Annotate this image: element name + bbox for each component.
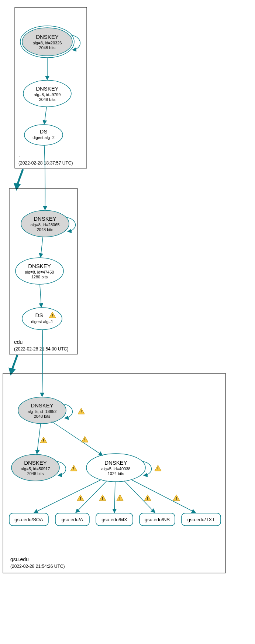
node-edu-ds: DS digest alg=1 <box>22 308 62 330</box>
rrset-soa: gsu.edu/SOA <box>9 513 48 526</box>
rrset-txt: gsu.edu/TXT <box>182 513 221 526</box>
edge-edu-ds-to-gsu-ksk <box>42 330 42 397</box>
warning-icon <box>99 495 106 501</box>
warning-icon <box>70 465 77 471</box>
svg-text:DNSKEY: DNSKEY <box>104 460 127 466</box>
edge-root-to-edu-zone <box>17 169 23 189</box>
warning-icon <box>155 465 161 471</box>
edge-edu-zsk-to-ds <box>40 285 41 307</box>
zone-gsu: gsu.edu (2022-02-28 21:54:26 UTC) DNSKEY… <box>3 330 225 573</box>
svg-text:1024 bits: 1024 bits <box>108 471 124 476</box>
node-edu-zsk: DNSKEY alg=8, id=47450 1280 bits <box>15 258 63 284</box>
svg-text:gsu.edu/NS: gsu.edu/NS <box>145 517 170 522</box>
node-edu-ksk: DNSKEY alg=8, id=28065 2048 bits <box>21 210 69 237</box>
edge-root-zsk-to-ds <box>44 107 46 124</box>
rrset-a: gsu.edu/A <box>55 513 89 526</box>
svg-text:2048 bits: 2048 bits <box>34 414 51 418</box>
svg-text:gsu.edu/TXT: gsu.edu/TXT <box>187 517 215 522</box>
svg-text:DS: DS <box>35 312 43 318</box>
svg-text:DNSKEY: DNSKEY <box>36 85 59 92</box>
edge-40038-to-txt <box>131 479 196 513</box>
node-root-zsk: DNSKEY alg=8, id=9799 2048 bits <box>23 80 71 107</box>
rrset-ns: gsu.edu/NS <box>139 513 175 526</box>
svg-text:2048 bits: 2048 bits <box>39 97 56 102</box>
svg-text:gsu.edu/A: gsu.edu/A <box>62 517 83 522</box>
svg-point-24 <box>22 308 62 330</box>
warning-icon <box>40 437 47 443</box>
node-gsu-ksk: DNSKEY alg=5, id=18652 2048 bits <box>18 397 66 424</box>
node-gsu-key-40038: DNSKEY alg=5, id=40038 1024 bits <box>86 454 145 482</box>
svg-text:2048 bits: 2048 bits <box>37 227 54 232</box>
node-root-ksk: DNSKEY alg=8, id=20326 2048 bits <box>20 26 74 58</box>
warning-icon <box>77 495 84 501</box>
node-root-ds: DS digest alg=2 <box>24 125 63 145</box>
svg-text:DNSKEY: DNSKEY <box>31 402 54 409</box>
edge-40038-to-ns <box>124 481 155 513</box>
svg-text:1280 bits: 1280 bits <box>31 275 48 279</box>
svg-text:DNSKEY: DNSKEY <box>36 34 59 40</box>
svg-text:alg=8, id=47450: alg=8, id=47450 <box>25 270 54 274</box>
svg-point-12 <box>24 125 63 145</box>
node-gsu-key-50917: DNSKEY alg=5, id=50917 2048 bits <box>11 454 59 481</box>
svg-text:DNSKEY: DNSKEY <box>24 460 47 466</box>
edge-40038-to-mx <box>114 482 115 513</box>
zone-root-timestamp: (2022-02-28 18:37:57 UTC) <box>18 160 73 166</box>
zone-edu-timestamp: (2022-02-28 21:54:00 UTC) <box>14 346 68 352</box>
svg-text:2048 bits: 2048 bits <box>27 471 44 476</box>
zone-root-label: . <box>18 152 20 158</box>
svg-text:DNSKEY: DNSKEY <box>28 263 51 269</box>
svg-text:alg=8, id=20326: alg=8, id=20326 <box>33 41 62 45</box>
svg-text:alg=8, id=28065: alg=8, id=28065 <box>31 223 60 227</box>
zone-gsu-timestamp: (2022-02-28 21:54:26 UTC) <box>10 564 65 569</box>
warning-icon <box>78 408 85 414</box>
svg-text:digest alg=2: digest alg=2 <box>32 135 55 140</box>
warning-icon <box>82 436 88 442</box>
edge-root-ds-to-edu-ksk <box>44 145 45 210</box>
edge-edu-ksk-to-zsk <box>41 237 43 257</box>
zone-edu-label: edu <box>14 339 23 345</box>
rrset-mx: gsu.edu/MX <box>96 513 133 526</box>
svg-text:gsu.edu/SOA: gsu.edu/SOA <box>14 517 43 522</box>
svg-text:alg=5, id=50917: alg=5, id=50917 <box>21 467 50 471</box>
warning-icon <box>117 495 123 501</box>
edge-gsu-ksk-to-50917 <box>37 424 41 454</box>
warning-icon <box>173 495 180 501</box>
zone-root: . (2022-02-28 18:37:57 UTC) DNSKEY alg=8… <box>15 7 87 168</box>
svg-text:alg=5, id=40038: alg=5, id=40038 <box>101 467 131 471</box>
edge-gsu-ksk-to-40038 <box>52 421 103 455</box>
svg-text:gsu.edu/MX: gsu.edu/MX <box>101 517 127 522</box>
svg-text:DNSKEY: DNSKEY <box>34 216 56 222</box>
svg-text:digest alg=1: digest alg=1 <box>31 319 53 324</box>
svg-text:alg=5, id=18652: alg=5, id=18652 <box>28 409 57 414</box>
edge-40038-to-soa <box>34 479 101 513</box>
svg-text:2048 bits: 2048 bits <box>39 45 56 50</box>
edge-edu-to-gsu-zone <box>11 355 17 373</box>
dnssec-graph: ! . (2022-02-28 18:37:57 UTC) DNSKEY alg… <box>0 0 255 644</box>
svg-text:alg=8, id=9799: alg=8, id=9799 <box>34 92 61 97</box>
svg-text:DS: DS <box>40 128 48 135</box>
zone-gsu-label: gsu.edu <box>10 556 29 562</box>
warning-icon <box>144 495 151 501</box>
